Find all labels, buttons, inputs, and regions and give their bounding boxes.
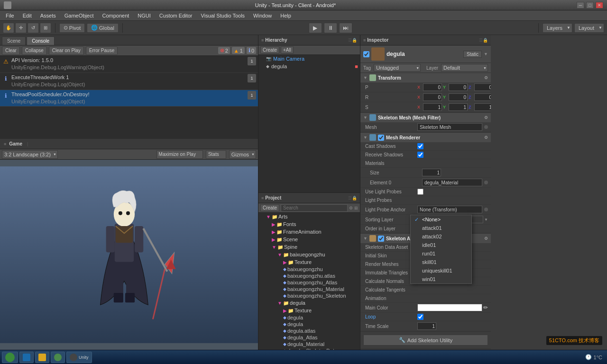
add-skeleton-button[interactable]: 🔧 Add Skeleton Utility [363, 335, 488, 346]
cast-shadows-checkbox[interactable] [417, 143, 423, 149]
play-button[interactable]: ▶ [309, 23, 322, 33]
proj-arts[interactable]: ▼ 📁 Arts [258, 213, 360, 220]
minimize-button[interactable]: ─ [577, 2, 584, 9]
resolution-dropdown[interactable]: 3:2 Landscape (3:2) ▼ [2, 150, 58, 159]
static-button[interactable]: Static [463, 51, 482, 58]
taskbar-explorer[interactable] [35, 352, 49, 363]
hierarchy-create-button[interactable]: Create [260, 46, 279, 54]
skeleton-anim-settings-icon[interactable]: ⚙ [484, 236, 488, 241]
rot-x-input[interactable] [423, 93, 442, 101]
menu-component[interactable]: Component [98, 12, 133, 19]
mesh-renderer-header[interactable]: ▼ Mesh Renderer ⚙ [360, 133, 491, 142]
proj-file-deg1[interactable]: ◆ degula [258, 314, 360, 321]
tab-console[interactable]: Console [27, 36, 55, 45]
sorting-option-none[interactable]: <None> [411, 215, 471, 224]
menu-gameobject[interactable]: GameObject [61, 12, 98, 19]
light-probe-anchor-dot[interactable] [484, 208, 488, 211]
menu-custom-editor[interactable]: Custom Editor [156, 12, 196, 19]
size-input[interactable] [422, 169, 441, 176]
clear-button[interactable]: Clear [2, 46, 20, 55]
mesh-filter-header[interactable]: ▼ Skeleton Mesh (Mesh Filter) ⚙ [360, 113, 491, 122]
sorting-option-uniqueskill01[interactable]: uniqueskill01 [411, 266, 471, 275]
pause-button[interactable]: ⏸ [324, 23, 337, 33]
main-color-picker-icon[interactable]: ✏ [483, 304, 488, 311]
taskbar-chrome[interactable] [51, 352, 65, 363]
project-create-button[interactable]: Create [260, 204, 279, 211]
use-light-probes-checkbox[interactable] [417, 189, 423, 195]
scale-x-input[interactable] [423, 103, 442, 111]
scale-tool[interactable]: ⊞ [40, 23, 51, 33]
hierarchy-degula[interactable]: ◆ degula ■ [258, 63, 360, 70]
proj-file-bxgz4[interactable]: ◆ baixuegongzhu_Material [258, 286, 360, 292]
mesh-select-dot[interactable] [484, 125, 488, 129]
mesh-renderer-settings-icon[interactable]: ⚙ [484, 135, 488, 140]
maximize-button[interactable]: □ [586, 2, 594, 9]
light-probe-anchor-ref[interactable]: None (Transform) [417, 206, 482, 213]
main-color-swatch[interactable] [417, 304, 482, 311]
pos-x-input[interactable] [423, 83, 442, 91]
scale-y-input[interactable] [449, 103, 468, 111]
gizmos-button[interactable]: Gizmos ▼ [229, 150, 256, 159]
proj-file-deg5[interactable]: ◆ degula_Material [258, 341, 360, 347]
global-button[interactable]: 🌐 Global [87, 23, 119, 33]
layer-dropdown[interactable]: Default ▼ [441, 64, 488, 72]
scale-z-input[interactable] [474, 103, 491, 111]
console-row-1[interactable]: ℹ ExecuteThreadedWork 1 UnityEngine.Debu… [0, 73, 258, 90]
element0-dot[interactable] [484, 181, 488, 184]
hierarchy-all-button[interactable]: +All [281, 46, 294, 54]
transform-settings-icon[interactable]: ⚙ [484, 75, 488, 80]
sorting-option-attack01[interactable]: attack01 [411, 224, 471, 232]
menu-assets[interactable]: Assets [37, 12, 60, 19]
pos-y-input[interactable] [449, 83, 468, 91]
proj-texture-bxgz[interactable]: ▶ 📁 Texture [258, 258, 360, 266]
maximize-on-play-button[interactable]: Maximize on Play [156, 150, 203, 159]
tab-scene[interactable]: Scene [2, 36, 26, 45]
proj-degula-folder[interactable]: ▼ 📁 degula [258, 299, 360, 307]
move-tool[interactable]: ✛ [15, 23, 27, 33]
proj-file-bxgz2[interactable]: ◆ baixuegongzhu.atlas [258, 273, 360, 279]
rot-y-input[interactable] [449, 93, 468, 101]
proj-file-bxgz1[interactable]: ◆ baixuegongzhu [258, 266, 360, 273]
sorting-option-attack02[interactable]: attack02 [411, 232, 471, 241]
rot-z-input[interactable] [474, 93, 491, 101]
menu-edit[interactable]: Edit [19, 12, 36, 19]
proj-spine[interactable]: ▼ 📁 Spine [258, 243, 360, 251]
mesh-filter-settings-icon[interactable]: ⚙ [484, 115, 488, 120]
taskbar-ie[interactable] [19, 352, 34, 363]
hand-tool[interactable]: ✋ [3, 23, 14, 33]
project-search-input[interactable] [281, 204, 348, 212]
rotate-tool[interactable]: ↺ [28, 23, 39, 33]
sorting-option-skill01[interactable]: skill01 [411, 258, 471, 266]
proj-baixuegongzhu[interactable]: ▼ 📁 baixuegongzhu [258, 251, 360, 258]
stats-button[interactable]: Stats [206, 150, 226, 159]
close-button[interactable]: ✕ [596, 2, 603, 9]
skeleton-anim-enabled-checkbox[interactable] [378, 236, 384, 242]
collapse-button[interactable]: Collapse [22, 46, 47, 55]
error-pause-button[interactable]: Error Pause [86, 46, 118, 55]
menu-file[interactable]: File [2, 12, 18, 19]
loop-checkbox[interactable] [417, 314, 423, 320]
start-button[interactable] [2, 352, 18, 363]
proj-file-deg3[interactable]: ◆ degula.atlas [258, 328, 360, 334]
proj-file-bxgz5[interactable]: ◆ baixuegongzhu_Skeleton [258, 292, 360, 299]
layout-dropdown[interactable]: Layout ▼ [574, 23, 604, 33]
object-enabled-checkbox[interactable] [363, 51, 369, 57]
proj-file-bxgz3[interactable]: ◆ baixuegongzhu_Atlas [258, 279, 360, 286]
console-row-2[interactable]: ℹ ThreadPoolScheduler.OnDestroy! UnityEn… [0, 90, 258, 107]
transform-header[interactable]: ▼ Transform ⚙ [360, 73, 491, 82]
menu-help[interactable]: Help [276, 12, 295, 19]
pivot-button[interactable]: ⊙ Pivot [59, 23, 85, 33]
console-row-0[interactable]: ⚠ API Version: 1.5.0 UnityEngine.Debug.L… [0, 56, 258, 73]
time-scale-input[interactable] [417, 322, 436, 330]
sorting-option-run01[interactable]: run01 [411, 249, 471, 258]
proj-frameanimation[interactable]: ▶ 📁 FrameAnimation [258, 228, 360, 236]
receive-shadows-checkbox[interactable] [417, 152, 423, 158]
sorting-option-idle01[interactable]: idle01 [411, 241, 471, 249]
proj-scene[interactable]: ▶ 📁 Scene [258, 236, 360, 243]
pos-z-input[interactable] [474, 83, 491, 91]
layers-dropdown[interactable]: Layers ▼ [543, 23, 572, 33]
proj-fonts[interactable]: ▶ 📁 Fonts [258, 220, 360, 228]
proj-file-deg2[interactable]: ◆ degula [258, 321, 360, 328]
tag-dropdown[interactable]: Untagged ▼ [374, 64, 421, 72]
taskbar-unity[interactable]: Unity [66, 352, 92, 363]
